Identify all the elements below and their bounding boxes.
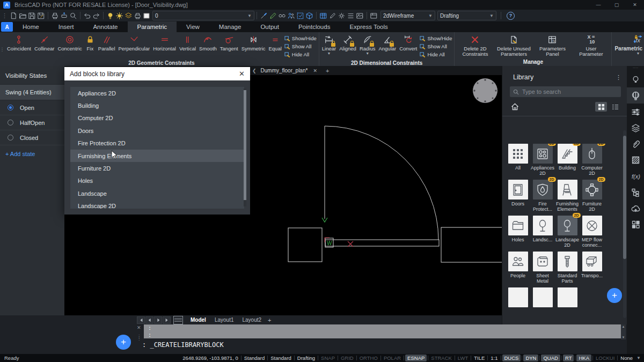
ribbon-item-coincident[interactable]: Coincident [5,33,33,52]
next-layout-icon[interactable] [154,316,162,324]
library-tile-doors[interactable]: Doors [508,180,528,212]
library-tile-people[interactable]: People [508,252,528,284]
dialog-scrollbar[interactable] [244,88,246,206]
table-icon[interactable] [319,11,327,20]
status-toggle-rt[interactable]: RT [563,354,574,361]
status-toggle-grid[interactable]: GRID [338,355,356,361]
view-compass[interactable] [473,78,497,103]
panel-components-icon[interactable] [627,216,644,232]
status-toggle-standard[interactable]: Standard [268,355,294,361]
ribbon-item-symmetric[interactable]: Symmetric [240,33,267,52]
ribbon-tab-parametric[interactable]: Parametric [128,21,177,32]
ribbon-item-delete-2d-constraints[interactable]: Delete 2D Constraints [456,33,494,57]
list-icon[interactable] [347,11,355,20]
workspace-select[interactable]: Drafting▼ [437,11,496,20]
doc-tab-scroll-left-icon[interactable]: ❮ [252,68,257,73]
status-toggle-ducs[interactable]: DUCS [502,354,521,361]
first-layout-icon[interactable] [137,316,145,324]
library-tile-appliances-2d[interactable]: 2DAppliances 2D [532,144,553,176]
ribbon-tab-view[interactable]: View [177,21,209,32]
command-history[interactable]: :: [144,324,625,338]
panel-balloon-icon[interactable] [627,87,644,104]
layers-icon[interactable] [125,11,133,20]
ribbon-side-show-all[interactable]: Show All [420,43,452,50]
close-button[interactable]: ✕ [626,0,644,10]
ribbon-item-linear[interactable]: Linear▼ [320,33,338,56]
dialog-item-holes[interactable]: Holes [70,175,244,187]
visibility-state-closed[interactable]: Closed [0,130,64,145]
status-toggle-lwt[interactable]: LWT [455,355,471,361]
chain-icon[interactable] [278,11,286,20]
ribbon-tab-annotate[interactable]: Annotate [83,21,127,32]
brush-icon[interactable] [260,11,268,20]
dialog-item-computer-2d[interactable]: Computer 2D [70,112,244,124]
ribbon-item-concentric[interactable]: Concentric [56,33,83,52]
ribbon-item-perpendicular[interactable]: Perpendicular [117,33,152,52]
render-icon[interactable] [370,11,378,20]
visibility-group-row[interactable]: Swing (4 Entities) [0,84,64,100]
preview-icon[interactable] [69,11,77,20]
gridsel-icon[interactable] [296,11,304,20]
gear-icon[interactable] [338,11,346,20]
library-search-input[interactable]: Type to search [510,86,621,97]
ribbon-item-smooth[interactable]: Smooth [197,33,218,52]
library-tile-building[interactable]: 2DBuilding [557,144,577,176]
library-tile-standard-parts[interactable]: Standard Parts [557,252,577,284]
app-menu-icon[interactable]: A [1,22,13,32]
panel-hatch-icon[interactable] [627,152,644,168]
library-tile-transpo-[interactable]: Transpo... [582,252,602,284]
ribbon-tab-pointclouds[interactable]: Pointclouds [289,21,340,32]
ribbon-item-radius[interactable]: Radius▼ [358,33,377,56]
save-as-icon[interactable] [37,11,45,20]
ribbon-item-tangent[interactable]: Tangent [218,33,240,52]
swatch-icon[interactable] [143,11,151,20]
dialog-close-icon[interactable]: ✕ [239,70,245,78]
dialog-item-landscape[interactable]: Landscape [70,187,244,200]
edit-icon[interactable] [328,11,336,20]
library-tile-fire-protect-[interactable]: 2DFire Protect... [532,180,553,212]
last-layout-icon[interactable] [163,316,171,324]
status-toggle-quad[interactable]: QUAD [541,354,560,361]
ribbon-item-parametric-blocks[interactable]: fxParametric Blocks▼ [613,33,644,56]
ribbon-item-convert[interactable]: Convert [398,33,419,52]
image-icon[interactable] [356,11,364,20]
add-state-button[interactable]: + Add state [0,145,64,162]
radio-unselected-icon[interactable] [8,120,13,125]
publish-icon[interactable] [60,11,68,20]
command-panel-grip[interactable]: ⋮⋮ [137,336,141,340]
dialog-item-building[interactable]: Building [70,99,244,112]
ribbon-side-hide-all[interactable]: Hide All [420,51,452,58]
status-toggle-snap[interactable]: SNAP [318,355,338,361]
dialog-item-furniture-2d[interactable]: Furniture 2D [70,162,244,174]
panel-bulb-icon[interactable] [627,71,644,87]
add-block-floating-button[interactable]: + [607,288,622,303]
ribbon-item-user-parameter[interactable]: X =10User Parameter [572,33,610,57]
dialog-item-fire-protection-2d[interactable]: Fire Protection 2D [70,137,244,150]
document-tab[interactable]: Dummy_floor_plan* ✕ [257,66,321,75]
command-scrollbar[interactable]: ▲▼ [621,324,626,339]
panel-paperclip-icon[interactable] [627,136,644,152]
ribbon-tab-output[interactable]: Output [251,21,289,32]
ribbon-tab-express-tools[interactable]: Express Tools [340,21,397,32]
plot-icon[interactable] [51,11,59,20]
bulb-icon[interactable] [106,11,114,20]
status-caret-icon[interactable]: ▼ [636,356,641,360]
status-toggle-standard[interactable]: Standard [241,355,268,361]
dialog-item-appliances-2d[interactable]: Appliances 2D [70,87,244,99]
add-layout-button[interactable]: + [266,317,273,323]
ribbon-item-vertical[interactable]: Vertical [178,33,197,52]
prev-layout-icon[interactable] [145,316,153,324]
ribbon-tab-home[interactable]: Home [13,21,49,32]
sun-icon[interactable] [115,11,123,20]
status-toggle-hka[interactable]: HKA [576,354,591,361]
visual-style-select[interactable]: 2dWireframe▼ [380,11,435,20]
library-tile-mep-flow-connec-[interactable]: MEP flow connec... [582,216,602,248]
list-view-icon[interactable] [609,102,621,112]
status-toggle-polar[interactable]: POLAR [381,355,404,361]
library-menu-icon[interactable]: ⋮ [616,74,622,81]
command-line[interactable]: : _CREATELIBRARYBLOCK [142,341,224,349]
dialog-item-furnishing-elements[interactable]: Furnishing Elements [70,150,244,162]
layout-list-icon[interactable] [173,316,183,324]
ribbon-item-angular[interactable]: Angular [377,33,398,52]
library-tile-computer-2d[interactable]: 2DComputer 2D [582,144,602,176]
